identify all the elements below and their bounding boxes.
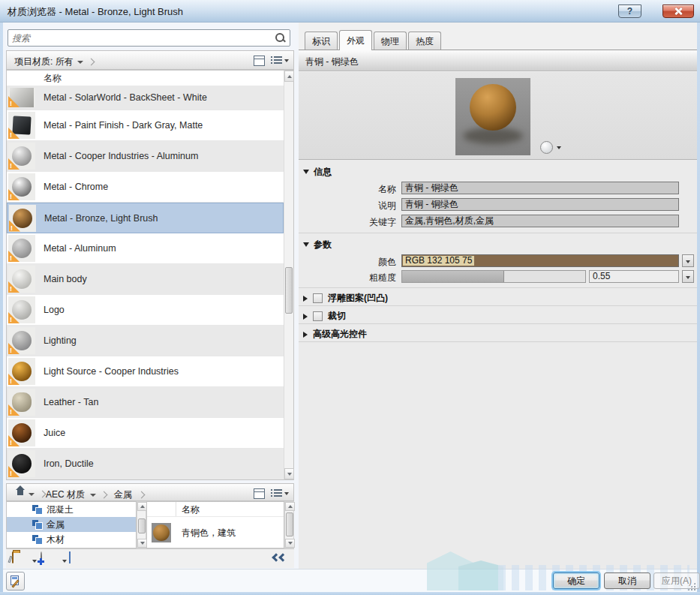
cancel-button[interactable]: 取消 [604,572,650,589]
folder-icon [12,551,14,563]
field-input[interactable]: 金属,青铜色,材质,金属 [401,215,679,227]
roughness-dropdown-button[interactable] [682,270,694,283]
material-row[interactable]: Metal - Paint Finish - Dark Gray, Matte [7,110,284,141]
search-input[interactable] [12,31,271,45]
chevron-down-icon[interactable] [284,492,289,495]
manage-library-button[interactable] [12,552,14,563]
material-thumbnail [8,389,35,416]
search-icon [275,33,285,43]
tree-item[interactable]: 木材 [7,532,136,547]
preview-pane-icon[interactable] [254,488,265,499]
material-row[interactable]: Metal - SolarWorld - BackSheet - White [7,86,284,110]
preview-pane-icon[interactable] [254,56,265,66]
search-box[interactable] [8,29,290,47]
ok-button[interactable]: 确定 [553,572,599,589]
material-row[interactable]: Juice [7,418,284,449]
material-thumbnail [152,523,171,542]
wrench-icon [8,556,13,563]
breadcrumb-segment[interactable]: 金属 [114,489,132,500]
project-materials-label[interactable]: 项目材质: 所有 [14,56,94,68]
library-toolbar [6,548,294,568]
params-section-header[interactable]: 参数 [303,239,332,251]
library-breadcrumb-bar: AEC 材质金属 [6,483,294,501]
collapsed-section[interactable]: 裁切 [299,306,697,324]
material-thumbnail [8,419,35,446]
roughness-slider[interactable] [401,270,586,283]
chevron-down-icon [90,494,96,497]
collapse-library-button[interactable] [273,554,287,563]
field-input[interactable]: 青铜 - 铜绿色 [401,198,679,211]
editor-panel: 标识外观物理热度 青铜 - 铜绿色 信息 名称青铜 - 铜绿色说明青铜 - 铜绿… [299,23,697,569]
roughness-value[interactable]: 0.55 [589,270,679,283]
material-row[interactable]: Metal - Chrome [7,172,284,203]
library-table-scrollbar[interactable] [284,501,294,548]
library-table-header[interactable]: 名称 [147,502,284,517]
chevron-down-icon [77,61,83,64]
material-swatch [12,300,32,320]
tab-appearance[interactable]: 外观 [339,30,372,50]
material-thumbnail [8,143,35,170]
tree-item[interactable]: 混凝土 [7,502,136,517]
create-material-button[interactable] [41,552,42,563]
section-label: 裁切 [328,310,346,323]
scroll-down-button[interactable] [284,468,294,479]
material-preview-thumbnail[interactable] [455,78,530,155]
material-swatch [12,331,32,350]
material-row[interactable]: Light Source - Cooper Industries [7,356,284,387]
tab-identity[interactable]: 标识 [305,32,338,50]
library-table-row[interactable]: 青铜色，建筑 [147,517,284,548]
collapsed-section[interactable]: 高级高光控件 [299,324,697,342]
material-name: Logo [44,305,65,315]
collapsed-section[interactable]: 浮雕图案(凹凸) [299,288,697,306]
open-asset-browser-button[interactable] [69,552,71,563]
material-thumbnail [8,450,35,477]
tab-thermal[interactable]: 热度 [408,32,441,50]
scrollbar-thumb[interactable] [285,267,293,314]
color-swatch[interactable]: RGB 132 105 75 [401,254,679,267]
material-name: Metal - Bronze, Light Brush [44,213,158,224]
material-thumbnail [8,112,35,139]
asset-editor-toggle-button[interactable] [6,572,25,590]
material-thumbnail [9,205,36,232]
tab-physical[interactable]: 物理 [374,32,407,50]
material-row[interactable]: Logo [7,295,284,326]
material-row[interactable]: Iron, Ductile [7,449,284,479]
chevron-down-icon[interactable] [284,59,289,62]
info-section-header[interactable]: 信息 [303,166,332,179]
material-name: Iron, Ductile [44,458,94,469]
material-name: Light Source - Cooper Industries [44,366,179,377]
material-row[interactable]: Metal - Aluminum [7,233,284,264]
material-row[interactable]: Leather - Tan [7,387,284,418]
tree-item[interactable]: 金属 [7,517,136,532]
color-row: 颜色 RGB 132 105 75 [299,254,697,267]
project-materials-bar[interactable]: 项目材质: 所有 [6,50,294,70]
breadcrumb-segment[interactable]: AEC 材质 [46,489,85,500]
close-button[interactable] [662,5,694,18]
help-button[interactable]: ? [618,5,641,18]
material-row[interactable]: Metal - Bronze, Light Brush [7,203,284,233]
material-row[interactable]: Main body [7,264,284,295]
create-material-dropdown[interactable] [60,555,67,566]
section-checkbox[interactable] [313,311,323,321]
material-row[interactable]: Metal - Cooper Industries - Aluminum [7,141,284,172]
list-view-controls [254,55,289,66]
chevron-down-icon[interactable] [557,146,561,149]
material-swatch [12,239,32,258]
library-tree: 混凝土金属木材 [6,501,137,548]
material-name: Leather - Tan [44,397,98,407]
preview-scene-button[interactable] [540,141,553,154]
library-tree-scrollbar[interactable] [137,501,146,548]
section-checkbox[interactable] [313,293,323,303]
color-dropdown-button[interactable] [682,254,694,267]
materials-scrollbar[interactable] [284,71,293,479]
field-input[interactable]: 青铜 - 铜绿色 [401,182,679,194]
list-view-icon[interactable] [271,56,282,66]
list-view-icon[interactable] [271,488,282,499]
material-row[interactable]: Lighting [7,326,284,356]
material-thumbnail [8,296,35,323]
scroll-up-button[interactable] [284,71,294,82]
materials-list-header[interactable]: 名称 [7,71,284,86]
titlebar[interactable]: 材质浏览器 - Metal - Bronze, Light Brush ? [0,0,700,23]
manage-library-dropdown[interactable] [30,555,37,566]
home-button[interactable] [14,488,45,499]
